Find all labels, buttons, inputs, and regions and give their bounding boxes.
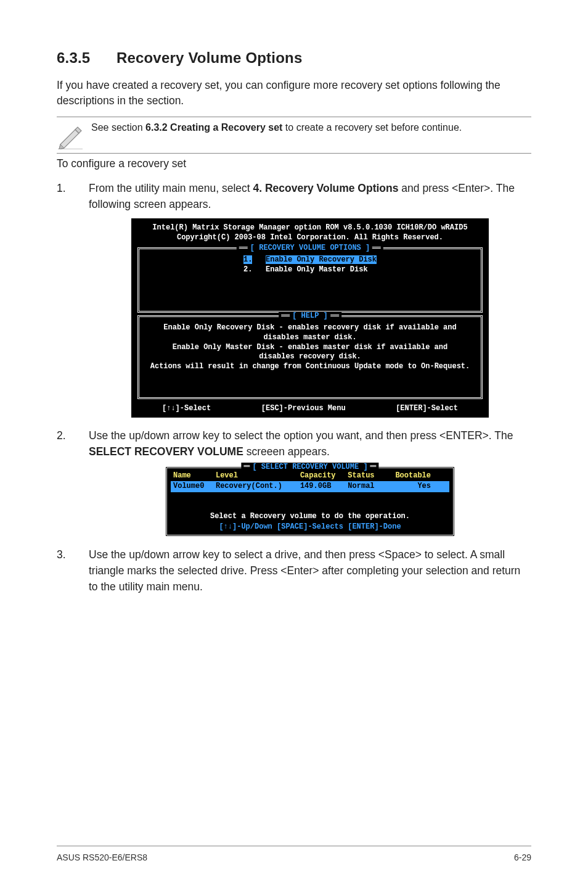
- help-box-title: [ HELP ]: [279, 311, 341, 321]
- help-line-4: disables recovery disk.: [148, 352, 472, 362]
- step-3: Use the up/down arrow key to select a dr…: [57, 547, 531, 595]
- step-1: From the utility main menu, select 4. Re…: [57, 180, 531, 418]
- section-number: 6.3.5: [57, 49, 112, 67]
- select-recovery-actions: [↑↓]-Up/Down [SPACE]-Selects [ENTER]-Don…: [171, 522, 449, 532]
- bios-header-line2: Copyright(C) 2003-08 Intel Corporation. …: [137, 233, 483, 243]
- bios-header-line1: Intel(R) Matrix Storage Manager option R…: [137, 223, 483, 233]
- cell-level: Recovery(Cont.): [213, 481, 298, 492]
- nav-esc: [ESC]-Previous Menu: [261, 404, 346, 414]
- option-2-label[interactable]: Enable Only Master Disk: [266, 265, 368, 274]
- section-title: Recovery Volume Options: [116, 49, 303, 66]
- select-recovery-title: [ SELECT RECOVERY VOLUME ]: [241, 463, 378, 472]
- note-text: See section 6.3.2 Creating a Recovery se…: [91, 121, 531, 134]
- option-1-number[interactable]: 1.: [243, 255, 252, 264]
- recovery-options-box: [ RECOVERY VOLUME OPTIONS ] 1. Enable On…: [137, 247, 483, 313]
- note-pre: See section: [91, 122, 145, 133]
- pencil-note-icon: [57, 121, 91, 149]
- footer-left: ASUS RS520-E6/ERS8: [57, 852, 147, 862]
- cell-name: Volume0: [171, 481, 213, 492]
- bios-screenshot-2: [ SELECT RECOVERY VOLUME ] Name Level Ca…: [165, 466, 455, 537]
- help-box: [ HELP ] Enable Only Recovery Disk - ena…: [137, 315, 483, 399]
- recovery-volume-table: Name Level Capacity Status Bootable Volu…: [171, 471, 449, 492]
- help-line-2: disables master disk.: [148, 333, 472, 343]
- step1-ref: 4. Recovery Volume Options: [253, 182, 398, 194]
- nav-select: [↑↓]-Select: [162, 404, 211, 414]
- col-name: Name: [171, 471, 213, 482]
- step2-pre: Use the up/down arrow key to select the …: [89, 429, 513, 442]
- help-line-1: Enable Only Recovery Disk - enables reco…: [148, 323, 472, 333]
- footer-right: 6-29: [514, 852, 531, 862]
- help-line-5: Actions will result in change from Conti…: [148, 362, 472, 372]
- cell-capacity: 149.0GB: [298, 481, 345, 492]
- cell-status: Normal: [345, 481, 382, 492]
- step1-pre: From the utility main menu, select: [89, 182, 253, 194]
- page-footer: ASUS RS520-E6/ERS8 6-29: [57, 846, 531, 862]
- table-row[interactable]: Volume0 Recovery(Cont.) 149.0GB Normal Y…: [171, 481, 449, 492]
- option-1-label[interactable]: Enable Only Recovery Disk: [266, 255, 377, 264]
- help-line-3: Enable Only Master Disk - enables master…: [148, 343, 472, 353]
- col-capacity: Capacity: [298, 471, 345, 482]
- note-block: See section 6.3.2 Creating a Recovery se…: [57, 117, 531, 154]
- cell-bootable: Yes: [383, 481, 449, 492]
- col-bootable: Bootable: [383, 471, 449, 482]
- bios-bottom-bar: [↑↓]-Select [ESC]-Previous Menu [ENTER]-…: [137, 402, 483, 414]
- config-subheading: To configure a recovery set: [57, 157, 531, 170]
- option-2-number[interactable]: 2.: [243, 265, 252, 274]
- col-level: Level: [213, 471, 298, 482]
- bios-screenshot-1: Intel(R) Matrix Storage Manager option R…: [131, 218, 489, 418]
- table-header-row: Name Level Capacity Status Bootable: [171, 471, 449, 482]
- note-ref: 6.3.2 Creating a Recovery set: [145, 122, 282, 133]
- select-recovery-msg: Select a Recovery volume to do the opera…: [171, 512, 449, 522]
- note-post: to create a recovery set before continue…: [282, 122, 462, 133]
- recovery-options-title: [ RECOVERY VOLUME OPTIONS ]: [237, 244, 383, 254]
- intro-paragraph: If you have created a recovery set, you …: [57, 78, 531, 109]
- step2-ref: SELECT RECOVERY VOLUME: [89, 445, 243, 458]
- step2-post: screeen appears.: [243, 445, 330, 458]
- nav-enter: [ENTER]-Select: [396, 404, 458, 414]
- col-status: Status: [345, 471, 382, 482]
- step-2: Use the up/down arrow key to select the …: [57, 427, 531, 537]
- section-heading: 6.3.5 Recovery Volume Options: [57, 49, 531, 67]
